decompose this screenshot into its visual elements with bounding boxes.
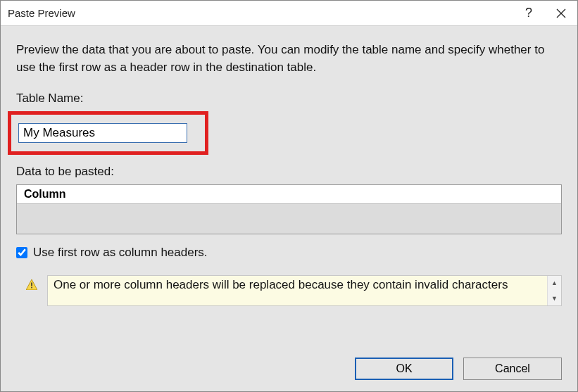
- close-button[interactable]: [545, 1, 577, 25]
- scroll-down-button[interactable]: ▼: [548, 291, 561, 305]
- first-row-headers-label[interactable]: Use first row as column headers.: [33, 246, 208, 260]
- column-header: Column: [17, 185, 561, 204]
- dialog-content: Preview the data that you are about to p…: [1, 26, 577, 348]
- cancel-button[interactable]: Cancel: [463, 358, 562, 380]
- titlebar-buttons: ?: [513, 1, 577, 25]
- svg-rect-4: [31, 287, 32, 289]
- close-icon: [556, 8, 566, 18]
- svg-rect-3: [31, 283, 32, 286]
- warning-scrollbar: ▲ ▼: [547, 276, 561, 305]
- data-preview-body: [17, 204, 561, 234]
- warning-icon: [26, 279, 37, 292]
- warning-row: One or more column headers will be repla…: [26, 275, 562, 306]
- data-preview-grid: Column: [16, 184, 562, 234]
- scroll-up-button[interactable]: ▲: [548, 276, 561, 290]
- dialog-description: Preview the data that you are about to p…: [16, 42, 562, 76]
- table-name-highlight: [8, 111, 208, 155]
- paste-preview-dialog: Paste Preview ? Preview the data that yo…: [0, 0, 578, 392]
- dialog-title: Paste Preview: [8, 7, 513, 19]
- first-row-headers-option: Use first row as column headers.: [16, 246, 562, 260]
- titlebar: Paste Preview ?: [1, 1, 577, 26]
- table-name-label: Table Name:: [16, 91, 562, 106]
- warning-box: One or more column headers will be repla…: [47, 275, 562, 306]
- help-button[interactable]: ?: [513, 6, 545, 20]
- table-name-input[interactable]: [18, 123, 187, 143]
- ok-button[interactable]: OK: [355, 358, 453, 380]
- data-to-paste-label: Data to be pasted:: [16, 165, 562, 179]
- dialog-buttons: OK Cancel: [1, 348, 577, 391]
- first-row-headers-checkbox[interactable]: [16, 247, 27, 258]
- warning-text: One or more column headers will be repla…: [48, 276, 547, 305]
